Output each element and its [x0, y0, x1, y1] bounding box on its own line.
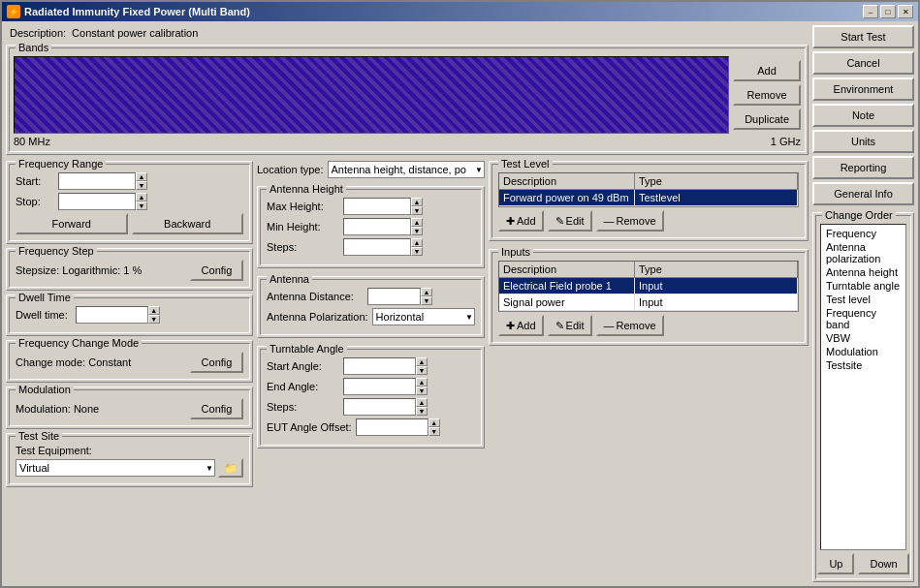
start-label: Start: — [16, 175, 54, 187]
list-item[interactable]: Frequency — [823, 227, 904, 240]
dwell-time-label: Dwell Time — [16, 292, 74, 303]
height-steps-input-group: 1 ▲ ▼ — [343, 238, 423, 256]
eut-down[interactable]: ▼ — [428, 427, 440, 436]
close-button[interactable]: ✕ — [898, 5, 913, 18]
table-row[interactable]: Forward power on 49 dBm Testlevel — [499, 190, 798, 206]
freq-step-config-button[interactable]: Config — [190, 260, 243, 281]
list-item[interactable]: Test level — [823, 293, 904, 306]
antenna-distance-row: Antenna Distance: 3 m ▲ ▼ — [267, 288, 475, 305]
inp-remove-icon: — — [604, 320, 615, 331]
modulation-label: Modulation — [16, 384, 74, 395]
note-button[interactable]: Note — [812, 104, 914, 127]
tt-steps-down[interactable]: ▼ — [416, 407, 428, 416]
list-item[interactable]: Frequency band — [823, 306, 904, 331]
list-item[interactable]: Antenna height — [823, 265, 904, 279]
stop-up-btn[interactable]: ▲ — [136, 193, 147, 201]
max-height-input[interactable]: 1 m — [343, 198, 411, 215]
right-sidebar: Start Test Cancel Environment Note Units… — [812, 25, 914, 582]
tl-remove-button[interactable]: — Remove — [596, 210, 664, 232]
tt-end-up[interactable]: ▲ — [416, 378, 428, 387]
antenna-dist-down[interactable]: ▼ — [421, 296, 432, 305]
turntable-end-label: End Angle: — [267, 381, 339, 392]
location-type-select[interactable]: Antenna height, distance, po — [328, 161, 486, 178]
eut-up[interactable]: ▲ — [428, 418, 440, 427]
inp-col-type: Type — [635, 262, 798, 277]
tt-steps-up[interactable]: ▲ — [416, 398, 428, 407]
tl-edit-button[interactable]: ✎ Edit — [548, 210, 592, 232]
tt-start-up[interactable]: ▲ — [416, 357, 428, 366]
general-info-button[interactable]: General Info — [812, 182, 914, 205]
list-item[interactable]: Antenna polarization — [823, 240, 904, 265]
tl-row-type: Testlevel — [635, 190, 798, 205]
stop-input[interactable]: 1 GHz — [58, 193, 136, 210]
stop-input-group: 1 GHz ▲ ▼ — [58, 193, 147, 210]
antenna-pol-label: Antenna Polarization: — [267, 311, 368, 323]
max-height-up[interactable]: ▲ — [411, 198, 423, 206]
inp-edit-button[interactable]: ✎ Edit — [548, 315, 592, 336]
list-item[interactable]: Turntable angle — [823, 279, 904, 293]
antenna-distance-spinner: ▲ ▼ — [421, 288, 432, 305]
antenna-dist-up[interactable]: ▲ — [421, 288, 432, 296]
browse-button[interactable]: 📁 — [218, 458, 243, 478]
min-height-up[interactable]: ▲ — [411, 218, 423, 227]
dwell-input[interactable]: 100 ms — [76, 306, 148, 324]
freq-change-config-button[interactable]: Config — [190, 352, 243, 373]
reporting-button[interactable]: Reporting — [812, 156, 914, 179]
dwell-row: Dwell time: 100 ms ▲ ▼ — [16, 306, 243, 324]
forward-button[interactable]: Forward — [16, 213, 128, 234]
table-row[interactable]: Signal power Input — [499, 294, 798, 311]
start-up-btn[interactable]: ▲ — [136, 172, 147, 181]
bands-remove-button[interactable]: Remove — [733, 84, 801, 106]
tl-edit-label: Edit — [566, 215, 585, 227]
tl-add-button[interactable]: ✚ Add — [498, 210, 544, 232]
bands-duplicate-button[interactable]: Duplicate — [733, 108, 801, 130]
turntable-steps-input[interactable]: 1 — [343, 398, 416, 416]
max-height-down[interactable]: ▼ — [411, 206, 423, 215]
bands-label: Bands — [16, 42, 51, 53]
inp-edit-label: Edit — [566, 320, 585, 331]
down-button[interactable]: Down — [858, 553, 908, 574]
up-button[interactable]: Up — [817, 553, 854, 574]
inp-remove-label: Remove — [617, 320, 656, 331]
list-item[interactable]: Modulation — [823, 345, 904, 358]
table-row[interactable]: Electrical Field probe 1 Input — [499, 278, 798, 294]
location-type-row: Location type: Antenna height, distance,… — [257, 161, 485, 178]
height-steps-down[interactable]: ▼ — [411, 247, 423, 256]
turntable-steps-spinner: ▲ ▼ — [416, 398, 428, 416]
min-height-input[interactable]: 1 m — [343, 218, 411, 235]
freq-step-label: Frequency Step — [16, 245, 97, 257]
minimize-button[interactable]: – — [863, 5, 878, 18]
min-height-spinner: ▲ ▼ — [411, 218, 423, 235]
inp-remove-button[interactable]: — Remove — [596, 315, 664, 336]
bands-add-button[interactable]: Add — [733, 60, 801, 81]
eut-offset-input[interactable]: 0 Degree — [356, 418, 428, 436]
start-input[interactable]: 80 MHz — [58, 172, 136, 190]
list-item[interactable]: Testsite — [823, 358, 904, 372]
tt-end-down[interactable]: ▼ — [416, 387, 428, 395]
tl-remove-label: Remove — [617, 215, 656, 227]
min-height-down[interactable]: ▼ — [411, 227, 423, 235]
antenna-label: Antenna — [267, 273, 312, 285]
backward-button[interactable]: Backward — [132, 213, 244, 234]
antenna-pol-select[interactable]: Horizontal — [372, 308, 475, 325]
list-item[interactable]: VBW — [823, 331, 904, 345]
modulation-config-button[interactable]: Config — [190, 398, 243, 419]
units-button[interactable]: Units — [812, 130, 914, 153]
turntable-end-input[interactable]: 0 Degree — [343, 378, 416, 395]
equipment-select[interactable]: Virtual — [16, 459, 215, 477]
height-steps-up[interactable]: ▲ — [411, 238, 423, 247]
start-test-button[interactable]: Start Test — [812, 25, 914, 48]
start-down-btn[interactable]: ▼ — [136, 181, 147, 190]
antenna-distance-label: Antenna Distance: — [267, 291, 364, 302]
inp-add-button[interactable]: ✚ Add — [498, 315, 544, 336]
environment-button[interactable]: Environment — [812, 77, 914, 101]
dwell-up-btn[interactable]: ▲ — [148, 306, 160, 315]
maximize-button[interactable]: □ — [880, 5, 896, 18]
antenna-distance-input[interactable]: 3 m — [367, 288, 421, 305]
height-steps-input[interactable]: 1 — [343, 238, 411, 256]
dwell-down-btn[interactable]: ▼ — [148, 315, 160, 324]
stop-down-btn[interactable]: ▼ — [136, 201, 147, 210]
tt-start-down[interactable]: ▼ — [416, 366, 428, 375]
turntable-start-input[interactable]: 0 Degree — [343, 357, 416, 375]
cancel-button[interactable]: Cancel — [812, 51, 914, 75]
